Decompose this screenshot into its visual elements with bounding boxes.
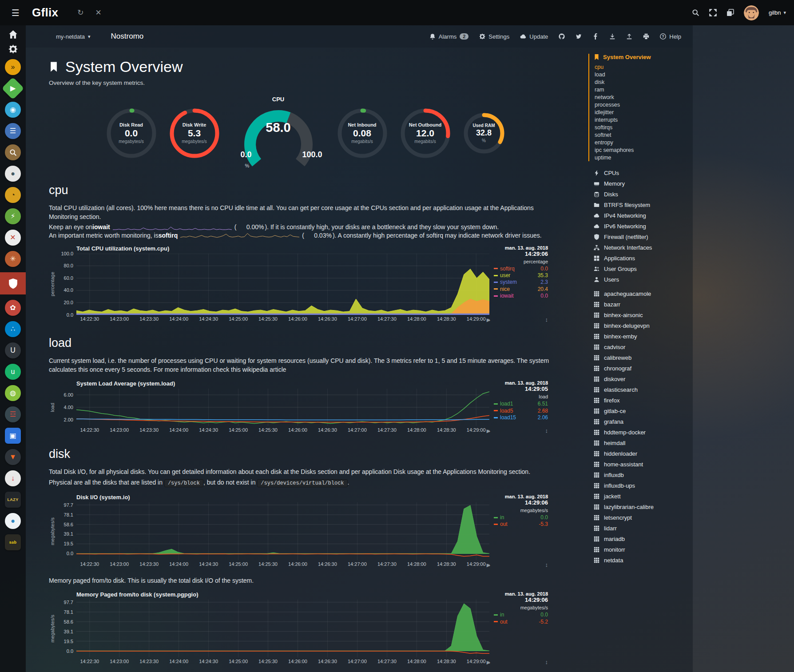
sidebar-app-sonarr[interactable]: ◉ <box>0 102 26 118</box>
search-icon[interactable] <box>692 9 699 16</box>
toc-section-item[interactable]: Users <box>588 274 688 285</box>
twitter-button[interactable] <box>576 33 582 40</box>
github-button[interactable] <box>559 33 565 40</box>
sidebar-app-plex[interactable]: » <box>0 59 26 75</box>
sidebar-app-netdata-shield[interactable] <box>0 272 26 294</box>
toc-container-item[interactable]: hiddenloader <box>588 448 688 459</box>
toc-container-item[interactable]: cadvisor <box>588 342 688 352</box>
toc-section-item[interactable]: Network Interfaces <box>588 242 688 253</box>
toc-subitem[interactable]: softnet <box>594 131 688 139</box>
toc-container-item[interactable]: heimdall <box>588 437 688 448</box>
legend-item[interactable]: in 0.0 <box>494 612 548 618</box>
toc-section-item[interactable]: BTRFS filesystem <box>588 199 688 210</box>
toc-subitem[interactable]: network <box>594 93 688 101</box>
resize-handle[interactable]: ↕ <box>494 659 548 665</box>
toc-item-system-overview[interactable]: System Overview <box>594 54 688 60</box>
avatar[interactable] <box>744 5 759 20</box>
sidebar-app-lightning-app[interactable]: ⚡ <box>0 208 26 224</box>
toc-section-item[interactable]: IPv6 Networking <box>588 221 688 231</box>
toc-container-item[interactable]: calibreweb <box>588 352 688 363</box>
toc-subitem[interactable]: interrupts <box>594 116 688 123</box>
toc-subitem[interactable]: ram <box>594 86 688 93</box>
toc-subitem[interactable]: load <box>594 71 688 78</box>
legend-item[interactable]: iowait 0.0 <box>494 293 548 299</box>
chart-plot[interactable] <box>76 254 489 315</box>
gauge-used-ram[interactable]: Used RAM32.8% <box>463 112 505 155</box>
sidebar-app-bug-app[interactable]: ✳ <box>0 251 26 267</box>
server-dropdown[interactable]: my-netdata ▾ <box>56 33 91 40</box>
sidebar-app-jackett[interactable] <box>0 144 26 160</box>
toc-subitem[interactable]: ipc semaphores <box>594 146 688 154</box>
sidebar-app-gitlab[interactable]: ▼ <box>0 449 26 465</box>
toc-section-item[interactable]: Applications <box>588 253 688 263</box>
toc-section-item[interactable]: Memory <box>588 178 688 189</box>
toc-section-item[interactable]: CPUs <box>588 167 688 178</box>
toc-container-item[interactable]: hddtemp-docker <box>588 427 688 437</box>
toc-container-item[interactable]: binhex-delugevpn <box>588 320 688 331</box>
sidebar-app-tautulli[interactable]: ◔ <box>0 187 26 203</box>
legend-item[interactable]: softirq 0.0 <box>494 266 548 272</box>
chart-plot[interactable] <box>76 600 489 657</box>
resize-handle[interactable]: ↕ <box>494 316 548 323</box>
hamburger-menu-icon[interactable]: ☰ <box>8 7 23 19</box>
toc-container-item[interactable]: elasticsearch <box>588 384 688 395</box>
help-button[interactable]: ? Help <box>660 33 681 40</box>
sidebar-app-emby[interactable]: ▶ <box>0 80 26 96</box>
legend-item[interactable]: system 2.3 <box>494 279 548 285</box>
toc-container-item[interactable]: lazylibrarian-calibre <box>588 501 688 512</box>
facebook-button[interactable] <box>592 33 599 40</box>
settings-button[interactable]: Settings <box>479 33 509 40</box>
export-button[interactable] <box>609 33 615 40</box>
gauge-disk-read[interactable]: Disk Read0.0megabytes/s <box>106 107 157 159</box>
update-button[interactable]: Update <box>520 33 548 40</box>
user-menu[interactable]: gilbn ▾ <box>769 9 786 16</box>
sidebar-app-ombi[interactable]: ● <box>0 166 26 182</box>
home-icon[interactable] <box>8 30 18 39</box>
sidebar-app-sabnzbd[interactable]: sab <box>0 534 26 550</box>
legend-item[interactable]: out -5.2 <box>494 619 548 625</box>
toc-container-item[interactable]: chronograf <box>588 363 688 374</box>
toc-container-item[interactable]: influxdb <box>588 469 688 480</box>
toc-container-item[interactable]: diskover <box>588 374 688 384</box>
gauge-net-outbound[interactable]: Net Outbound12.0megabits/s <box>400 107 451 159</box>
refresh-icon[interactable]: ↻ <box>77 8 83 17</box>
sidebar-app-flower-app[interactable]: ✿ <box>0 300 26 316</box>
toc-container-item[interactable]: influxdb-ups <box>588 480 688 491</box>
close-icon[interactable]: ✕ <box>95 8 101 17</box>
toc-container-item[interactable]: letsencrypt <box>588 512 688 523</box>
toc-container-item[interactable]: binhex-emby <box>588 331 688 342</box>
sidebar-app-u-dark-app[interactable]: U <box>0 342 26 358</box>
toc-container-item[interactable]: firefox <box>588 395 688 406</box>
legend-item[interactable]: nice 20.4 <box>494 286 548 292</box>
toc-subitem[interactable]: softirqs <box>594 123 688 131</box>
toc-container-item[interactable]: bazarr <box>588 299 688 310</box>
chart-plot[interactable] <box>76 389 489 426</box>
sidebar-app-u-green-app[interactable]: u <box>0 364 26 380</box>
toc-container-item[interactable]: jackett <box>588 491 688 501</box>
legend-item[interactable]: out -5.3 <box>494 521 548 527</box>
toc-container-item[interactable]: gitlab-ce <box>588 406 688 416</box>
sidebar-app-airsonic[interactable]: ☰ <box>0 123 26 139</box>
resize-handle[interactable]: ↕ <box>494 427 548 434</box>
toc-subitem[interactable]: processes <box>594 101 688 108</box>
toc-container-item[interactable]: mariadb <box>588 533 688 544</box>
toc-container-item[interactable]: netdata <box>588 555 688 565</box>
legend-item[interactable]: load1 6.51 <box>494 401 548 407</box>
sidebar-app-download-app[interactable]: ↓ <box>0 470 26 486</box>
legend-item[interactable]: in 0.0 <box>494 514 548 521</box>
sidebar-app-green-dot-app[interactable]: ◍ <box>0 385 26 401</box>
toc-section-item[interactable]: Firewall (netfilter) <box>588 231 688 242</box>
legend-item[interactable]: load15 2.06 <box>494 414 548 421</box>
sidebar-app-blue-square-app[interactable]: ▣ <box>0 428 26 444</box>
legend-item[interactable]: user 35.3 <box>494 272 548 278</box>
toc-container-item[interactable]: home-assistant <box>588 459 688 469</box>
gauge-net-inbound[interactable]: Net Inbound0.08megabits/s <box>337 107 388 159</box>
gear-icon[interactable] <box>8 44 18 54</box>
toc-section-item[interactable]: Disks <box>588 189 688 199</box>
toc-subitem[interactable]: uptime <box>594 154 688 161</box>
toc-container-item[interactable]: grafana <box>588 416 688 427</box>
toc-subitem[interactable]: idlejitter <box>594 108 688 116</box>
gauge-disk-write[interactable]: Disk Write5.3megabytes/s <box>169 107 220 159</box>
toc-container-item[interactable]: binhex-airsonic <box>588 310 688 320</box>
alarms-button[interactable]: Alarms 2 <box>429 33 469 40</box>
